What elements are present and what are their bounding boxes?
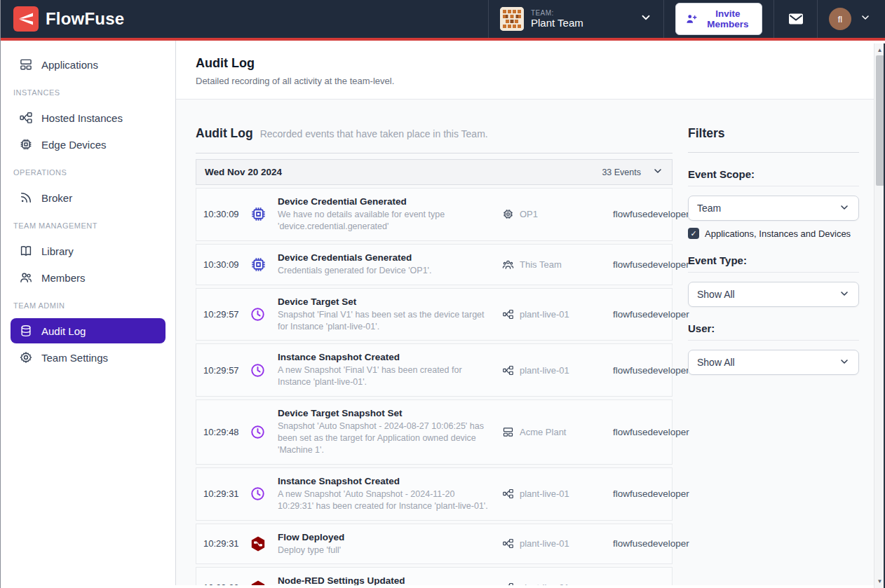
audit-event-row: 10:29:57 Instance Snapshot Created A new… — [196, 343, 673, 397]
event-title: Instance Snapshot Created — [278, 352, 489, 362]
gear-icon — [19, 350, 33, 364]
content: Audit Log Recorded events that have take… — [176, 100, 885, 585]
broker-icon — [19, 191, 33, 205]
audit-log-heading: Audit Log — [196, 126, 253, 141]
event-scope-label: Event Scope: — [688, 168, 859, 186]
event-title: Flow Deployed — [278, 532, 489, 542]
clock-icon — [250, 306, 278, 322]
event-type-value: Show All — [697, 289, 735, 300]
sidebar-section-team-management: TEAM MANAGEMENT — [1, 212, 175, 237]
chevron-down-icon — [839, 288, 850, 301]
applications-icon — [19, 57, 33, 71]
team-label: TEAM: — [531, 9, 633, 18]
instance-icon — [502, 488, 514, 500]
sidebar-item-members[interactable]: Members — [11, 265, 165, 290]
instance-icon — [502, 308, 514, 320]
user-menu[interactable]: fl — [817, 0, 885, 38]
sidebar-item-label: Library — [41, 245, 74, 257]
team-avatar — [500, 7, 524, 31]
page-subtitle: Detailed recording of all activity at th… — [196, 76, 865, 86]
audit-event-row: 10:29:48 Device Target Snapshot Set Snap… — [196, 399, 673, 465]
event-title: Instance Snapshot Created — [278, 476, 489, 486]
sidebar-item-broker[interactable]: Broker — [11, 185, 165, 210]
members-icon — [19, 271, 33, 285]
sidebar-item-team-settings[interactable]: Team Settings — [11, 345, 165, 370]
clock-icon — [250, 424, 278, 440]
sidebar-item-label: Members — [41, 272, 86, 284]
sidebar-section-team-admin: TEAM ADMIN — [1, 292, 175, 317]
mail-icon — [788, 11, 804, 27]
invite-members-label: Invite Members — [703, 8, 752, 29]
audit-event-row: 10:30:09 Device Credential Generated We … — [196, 188, 673, 241]
user-filter-select[interactable]: Show All — [688, 350, 859, 375]
sidebar-item-hosted-instances[interactable]: Hosted Instances — [11, 105, 165, 130]
navbar-right: TEAM: Plant Team Invite Members fl — [488, 0, 885, 38]
flowfuse-logo-icon — [13, 6, 39, 32]
sidebar-item-audit-log[interactable]: Audit Log — [11, 318, 165, 343]
audit-log-card: Audit Log Recorded events that have take… — [196, 126, 673, 585]
team-selector[interactable]: TEAM: Plant Team — [488, 0, 663, 38]
invite-segment: Invite Members — [663, 0, 773, 38]
event-description: Credentials generated for Device 'OP1'. — [278, 265, 489, 277]
person-plus-icon — [685, 13, 698, 25]
divider — [196, 153, 673, 153]
event-scope: plant-live-01 — [520, 538, 569, 549]
instance-icon — [502, 582, 514, 585]
event-title: Device Target Snapshot Set — [278, 408, 489, 418]
node-red-icon — [250, 535, 278, 552]
brand-name: FlowFuse — [46, 9, 124, 29]
event-description: A new Snapshot 'Auto Snapshot - 2024-11-… — [278, 488, 489, 512]
audit-event-row: 10:29:31 Instance Snapshot Created A new… — [196, 467, 673, 521]
sidebar-item-library[interactable]: Library — [11, 238, 165, 264]
event-description: We have no details available for event t… — [278, 209, 489, 233]
event-user: flowfusedeveloper — [613, 259, 692, 270]
event-scope: plant-live-01 — [520, 309, 569, 320]
audit-event-row: 10:29:26 Node-RED Settings Updated Node-… — [196, 567, 673, 585]
team-name: Plant Team — [531, 17, 633, 29]
event-title: Device Credential Generated — [278, 196, 489, 207]
sidebar-item-applications[interactable]: Applications — [11, 52, 165, 77]
instance-icon — [502, 538, 514, 549]
checkbox-checked-icon[interactable]: ✓ — [688, 228, 699, 239]
sidebar-section-operations: OPERATIONS — [1, 158, 175, 184]
node-red-icon — [250, 580, 278, 585]
clock-icon — [250, 362, 278, 378]
chip-icon — [19, 137, 33, 151]
brand[interactable]: FlowFuse — [1, 0, 137, 38]
event-scope: plant-live-01 — [520, 582, 569, 585]
event-scope-select[interactable]: Team — [688, 196, 859, 221]
book-icon — [19, 244, 33, 258]
scope-include-checkbox-row[interactable]: ✓ Applications, Instances and Devices — [688, 228, 859, 239]
date-group-header[interactable]: Wed Nov 20 2024 33 Events — [196, 159, 673, 185]
event-scope: plant-live-01 — [520, 365, 569, 376]
event-title: Node-RED Settings Updated — [278, 575, 489, 585]
event-type-select[interactable]: Show All — [688, 282, 859, 307]
event-user: flowfusedeveloper — [613, 427, 692, 437]
event-scope-value: Team — [697, 203, 721, 214]
invite-members-button[interactable]: Invite Members — [675, 3, 762, 35]
event-time: 10:29:31 — [203, 538, 250, 549]
sidebar-item-label: Hosted Instances — [41, 112, 123, 124]
device-icon — [250, 205, 278, 223]
chevron-down-icon — [652, 165, 663, 179]
audit-event-row: 10:29:57 Device Target Set Snapshot 'Fin… — [196, 288, 673, 341]
user-filter-label: User: — [688, 322, 859, 341]
event-scope: This Team — [520, 259, 562, 270]
event-description: Snapshot 'Final V1' has been set as the … — [278, 309, 489, 333]
sidebar-item-edge-devices[interactable]: Edge Devices — [11, 132, 165, 157]
chevron-down-icon — [860, 12, 871, 26]
event-title: Device Target Set — [278, 296, 489, 307]
chevron-down-icon — [839, 202, 850, 215]
notifications-button[interactable] — [773, 0, 817, 38]
user-filter-value: Show All — [697, 357, 735, 368]
sidebar-item-label: Team Settings — [41, 352, 108, 364]
event-user: flowfusedeveloper — [613, 309, 692, 320]
top-navbar: FlowFuse TEAM: Plant Team Invite Members — [1, 0, 885, 41]
application-icon — [502, 426, 514, 438]
database-icon — [19, 324, 33, 338]
event-user: flowfusedeveloper — [613, 365, 692, 376]
sidebar-item-label: Applications — [41, 59, 98, 71]
audit-event-row: 10:30:09 Device Credentials Generated Cr… — [196, 244, 673, 285]
audit-event-row: 10:29:31 Flow Deployed Deploy type 'full… — [196, 524, 673, 565]
instances-icon — [19, 111, 33, 125]
